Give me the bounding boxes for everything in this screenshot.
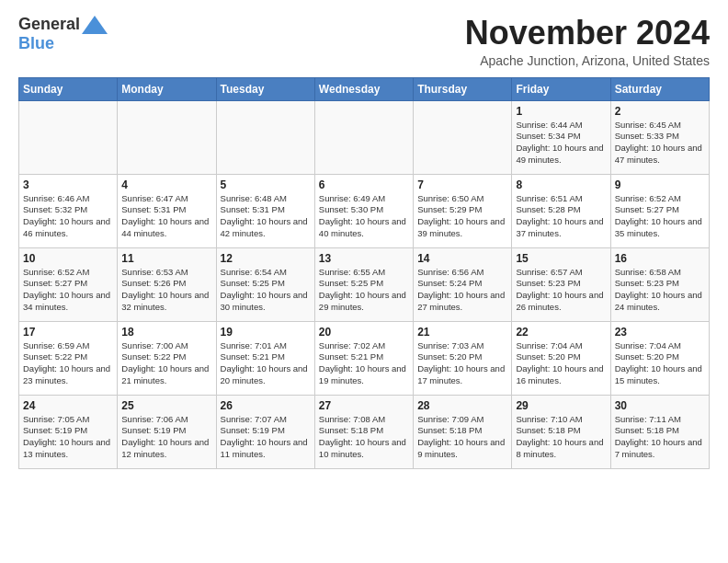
- day-info: Sunrise: 7:06 AM Sunset: 5:19 PM Dayligh…: [121, 414, 211, 461]
- calendar-cell: 7Sunrise: 6:50 AM Sunset: 5:29 PM Daylig…: [414, 174, 512, 247]
- day-info: Sunrise: 7:04 AM Sunset: 5:20 PM Dayligh…: [516, 340, 606, 387]
- calendar-cell: 24Sunrise: 7:05 AM Sunset: 5:19 PM Dayli…: [19, 395, 118, 468]
- calendar-cell: 26Sunrise: 7:07 AM Sunset: 5:19 PM Dayli…: [216, 395, 314, 468]
- calendar-cell: 13Sunrise: 6:55 AM Sunset: 5:25 PM Dayli…: [314, 247, 413, 321]
- day-number: 29: [516, 399, 606, 412]
- day-number: 18: [121, 326, 211, 339]
- calendar-cell: [216, 100, 314, 174]
- day-info: Sunrise: 6:50 AM Sunset: 5:29 PM Dayligh…: [417, 193, 507, 240]
- calendar-cell: 4Sunrise: 6:47 AM Sunset: 5:31 PM Daylig…: [118, 174, 216, 247]
- day-info: Sunrise: 7:01 AM Sunset: 5:21 PM Dayligh…: [221, 340, 311, 387]
- logo-blue-text: Blue: [18, 34, 54, 53]
- day-info: Sunrise: 7:08 AM Sunset: 5:18 PM Dayligh…: [319, 414, 409, 461]
- weekday-header: Sunday: [19, 77, 118, 100]
- title-block: November 2024 Apache Junction, Arizona, …: [465, 15, 710, 68]
- calendar-cell: 21Sunrise: 7:03 AM Sunset: 5:20 PM Dayli…: [414, 321, 512, 395]
- logo-text: General: [18, 15, 108, 34]
- calendar-cell: 30Sunrise: 7:11 AM Sunset: 5:18 PM Dayli…: [610, 395, 709, 468]
- day-number: 4: [121, 178, 211, 191]
- day-number: 10: [23, 252, 113, 265]
- weekday-header: Thursday: [414, 77, 512, 100]
- calendar-cell: 3Sunrise: 6:46 AM Sunset: 5:32 PM Daylig…: [19, 174, 118, 247]
- weekday-header: Friday: [512, 77, 610, 100]
- calendar-cell: 15Sunrise: 6:57 AM Sunset: 5:23 PM Dayli…: [512, 247, 610, 321]
- calendar-cell: 25Sunrise: 7:06 AM Sunset: 5:19 PM Dayli…: [118, 395, 216, 468]
- day-number: 12: [221, 252, 311, 265]
- month-title: November 2024: [465, 15, 710, 52]
- calendar-cell: 27Sunrise: 7:08 AM Sunset: 5:18 PM Dayli…: [314, 395, 413, 468]
- day-info: Sunrise: 7:05 AM Sunset: 5:19 PM Dayligh…: [23, 414, 113, 461]
- day-number: 5: [221, 178, 311, 191]
- week-row: 3Sunrise: 6:46 AM Sunset: 5:32 PM Daylig…: [19, 174, 710, 247]
- day-info: Sunrise: 6:47 AM Sunset: 5:31 PM Dayligh…: [121, 193, 211, 240]
- weekday-header: Wednesday: [314, 77, 413, 100]
- calendar-cell: 11Sunrise: 6:53 AM Sunset: 5:26 PM Dayli…: [118, 247, 216, 321]
- day-number: 16: [615, 252, 705, 265]
- day-number: 13: [319, 252, 409, 265]
- calendar-cell: 8Sunrise: 6:51 AM Sunset: 5:28 PM Daylig…: [512, 174, 610, 247]
- day-info: Sunrise: 7:11 AM Sunset: 5:18 PM Dayligh…: [615, 414, 705, 461]
- day-number: 17: [23, 326, 113, 339]
- day-number: 19: [221, 326, 311, 339]
- calendar-cell: 9Sunrise: 6:52 AM Sunset: 5:27 PM Daylig…: [610, 174, 709, 247]
- day-number: 15: [516, 252, 606, 265]
- calendar-cell: 6Sunrise: 6:49 AM Sunset: 5:30 PM Daylig…: [314, 174, 413, 247]
- day-info: Sunrise: 7:09 AM Sunset: 5:18 PM Dayligh…: [417, 414, 507, 461]
- day-info: Sunrise: 6:44 AM Sunset: 5:34 PM Dayligh…: [516, 120, 606, 167]
- day-number: 25: [121, 399, 211, 412]
- day-number: 1: [516, 105, 606, 118]
- day-info: Sunrise: 7:07 AM Sunset: 5:19 PM Dayligh…: [221, 414, 311, 461]
- day-number: 22: [516, 326, 606, 339]
- day-number: 20: [319, 326, 409, 339]
- day-info: Sunrise: 6:51 AM Sunset: 5:28 PM Dayligh…: [516, 193, 606, 240]
- calendar-cell: [314, 100, 413, 174]
- day-number: 9: [615, 178, 705, 191]
- day-info: Sunrise: 6:58 AM Sunset: 5:23 PM Dayligh…: [615, 267, 705, 314]
- calendar-cell: 2Sunrise: 6:45 AM Sunset: 5:33 PM Daylig…: [610, 100, 709, 174]
- day-number: 26: [221, 399, 311, 412]
- day-info: Sunrise: 6:59 AM Sunset: 5:22 PM Dayligh…: [23, 340, 113, 387]
- week-row: 24Sunrise: 7:05 AM Sunset: 5:19 PM Dayli…: [19, 395, 710, 468]
- logo-icon: [82, 16, 108, 34]
- page: General Blue November 2024 Apache Juncti…: [0, 0, 728, 478]
- calendar-cell: 12Sunrise: 6:54 AM Sunset: 5:25 PM Dayli…: [216, 247, 314, 321]
- weekday-header: Monday: [118, 77, 216, 100]
- day-info: Sunrise: 7:02 AM Sunset: 5:21 PM Dayligh…: [319, 340, 409, 387]
- calendar-cell: [118, 100, 216, 174]
- calendar-cell: 16Sunrise: 6:58 AM Sunset: 5:23 PM Dayli…: [610, 247, 709, 321]
- week-row: 17Sunrise: 6:59 AM Sunset: 5:22 PM Dayli…: [19, 321, 710, 395]
- day-info: Sunrise: 6:52 AM Sunset: 5:27 PM Dayligh…: [23, 267, 113, 314]
- calendar-cell: 17Sunrise: 6:59 AM Sunset: 5:22 PM Dayli…: [19, 321, 118, 395]
- day-info: Sunrise: 7:00 AM Sunset: 5:22 PM Dayligh…: [121, 340, 211, 387]
- day-info: Sunrise: 7:10 AM Sunset: 5:18 PM Dayligh…: [516, 414, 606, 461]
- calendar-cell: 18Sunrise: 7:00 AM Sunset: 5:22 PM Dayli…: [118, 321, 216, 395]
- week-row: 1Sunrise: 6:44 AM Sunset: 5:34 PM Daylig…: [19, 100, 710, 174]
- day-number: 14: [417, 252, 507, 265]
- location: Apache Junction, Arizona, United States: [465, 53, 710, 68]
- weekday-header: Saturday: [610, 77, 709, 100]
- day-info: Sunrise: 6:48 AM Sunset: 5:31 PM Dayligh…: [221, 193, 311, 240]
- calendar: SundayMondayTuesdayWednesdayThursdayFrid…: [18, 77, 710, 469]
- week-row: 10Sunrise: 6:52 AM Sunset: 5:27 PM Dayli…: [19, 247, 710, 321]
- calendar-cell: 20Sunrise: 7:02 AM Sunset: 5:21 PM Dayli…: [314, 321, 413, 395]
- day-number: 30: [615, 399, 705, 412]
- day-info: Sunrise: 6:49 AM Sunset: 5:30 PM Dayligh…: [319, 193, 409, 240]
- day-number: 3: [23, 178, 113, 191]
- day-info: Sunrise: 6:52 AM Sunset: 5:27 PM Dayligh…: [615, 193, 705, 240]
- calendar-cell: [414, 100, 512, 174]
- svg-marker-0: [82, 16, 108, 34]
- weekday-header-row: SundayMondayTuesdayWednesdayThursdayFrid…: [19, 77, 710, 100]
- day-number: 7: [417, 178, 507, 191]
- day-number: 24: [23, 399, 113, 412]
- calendar-cell: 1Sunrise: 6:44 AM Sunset: 5:34 PM Daylig…: [512, 100, 610, 174]
- day-info: Sunrise: 6:54 AM Sunset: 5:25 PM Dayligh…: [221, 267, 311, 314]
- calendar-cell: 28Sunrise: 7:09 AM Sunset: 5:18 PM Dayli…: [414, 395, 512, 468]
- day-number: 11: [121, 252, 211, 265]
- day-number: 28: [417, 399, 507, 412]
- day-info: Sunrise: 6:56 AM Sunset: 5:24 PM Dayligh…: [417, 267, 507, 314]
- calendar-cell: 14Sunrise: 6:56 AM Sunset: 5:24 PM Dayli…: [414, 247, 512, 321]
- day-info: Sunrise: 7:03 AM Sunset: 5:20 PM Dayligh…: [417, 340, 507, 387]
- day-info: Sunrise: 6:45 AM Sunset: 5:33 PM Dayligh…: [615, 120, 705, 167]
- day-number: 6: [319, 178, 409, 191]
- calendar-cell: 23Sunrise: 7:04 AM Sunset: 5:20 PM Dayli…: [610, 321, 709, 395]
